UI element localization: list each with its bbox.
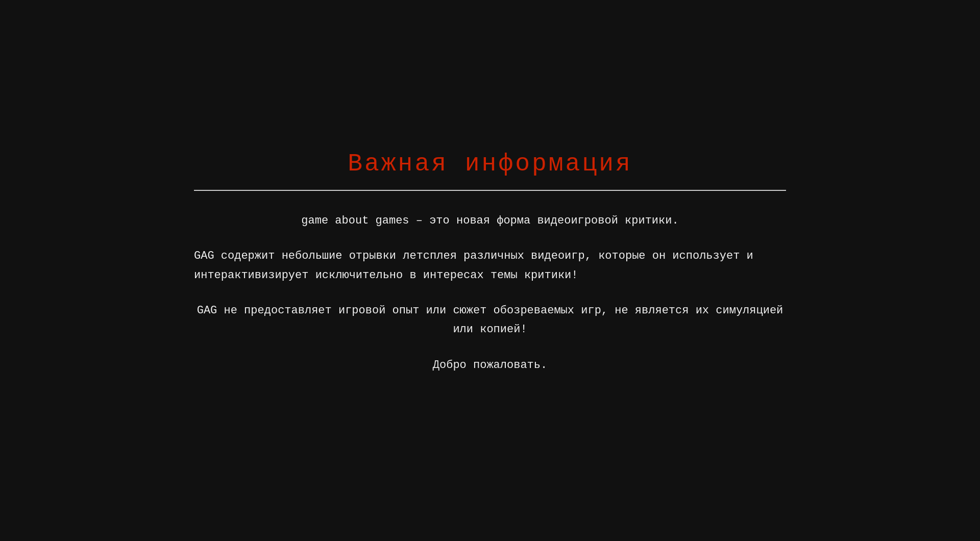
paragraph-1: GAG содержит небольшие отрывки летсплея … bbox=[194, 247, 786, 285]
title-divider bbox=[194, 190, 786, 191]
welcome-paragraph: Добро пожаловать. bbox=[194, 356, 786, 375]
intro-paragraph: game about games – это новая форма видео… bbox=[194, 211, 786, 230]
main-container: Важная информация game about games – это… bbox=[163, 150, 817, 391]
page-title: Важная информация bbox=[194, 150, 786, 178]
content-area: game about games – это новая форма видео… bbox=[194, 211, 786, 375]
paragraph-2: GAG не предоставляет игровой опыт или сю… bbox=[194, 301, 786, 339]
